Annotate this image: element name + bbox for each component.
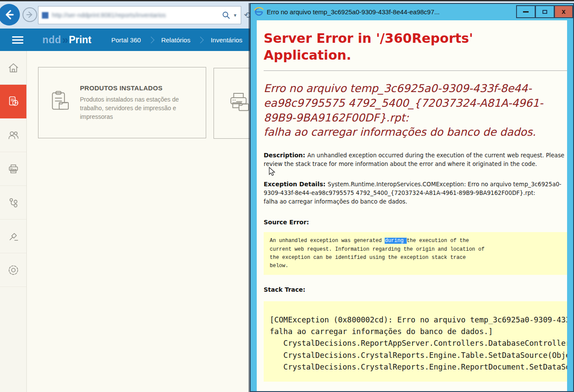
error-subheading: Erro no arquivo temp_3c6925a0-9309-433f-…: [264, 81, 567, 140]
popup-title: Erro no arquivo temp_3c6925a0-9309-433f-…: [267, 8, 516, 16]
breadcrumb-inventarios[interactable]: Inventários: [204, 36, 249, 44]
card-description: Produtos instalados nas estações de trab…: [80, 95, 193, 121]
selected-text: during: [385, 238, 406, 244]
nddprint-logo: ndd » Print: [42, 33, 92, 47]
chevron-right-icon: [197, 36, 204, 43]
breadcrumb-relatorios[interactable]: Relatórios: [154, 36, 198, 44]
stack-trace-heading: Stack Trace:: [264, 285, 567, 294]
gavel-icon: [7, 230, 19, 242]
menu-hamburger-icon[interactable]: [12, 35, 23, 45]
description-text: An unhandled exception occurred during t…: [264, 152, 566, 167]
maximize-icon: [542, 10, 547, 14]
hierarchy-icon: [7, 197, 19, 209]
error-popup-window: Erro no arquivo temp_3c6925a0-9309-433f-…: [250, 3, 574, 392]
forward-arrow-icon: [26, 10, 34, 19]
clipboard-folder-icon: [47, 89, 72, 116]
source-error-before: An unhandled exception was generated: [270, 238, 385, 244]
forward-button[interactable]: [22, 7, 37, 22]
sidebar-item-audit[interactable]: [0, 220, 26, 253]
search-icon[interactable]: [222, 11, 230, 19]
card-text-block: PRODUTOS INSTALADOS Produtos instalados …: [80, 84, 193, 121]
sidebar-item-home[interactable]: [0, 51, 26, 85]
reports-icon: [7, 95, 20, 108]
card-produtos-instalados[interactable]: PRODUTOS INSTALADOS Produtos instalados …: [38, 67, 206, 138]
close-button[interactable]: x: [554, 5, 573, 18]
divider: [264, 70, 567, 71]
sidebar-item-printers[interactable]: [0, 152, 26, 186]
card-title: PRODUTOS INSTALADOS: [80, 84, 193, 92]
breadcrumb: Portal 360 Relatórios Inventários: [105, 36, 249, 44]
source-error-heading: Source Error:: [264, 218, 567, 227]
gear-icon: [7, 264, 20, 277]
printer-folder-icon: [226, 90, 253, 117]
logo-chevrons: »: [62, 33, 68, 47]
home-icon: [7, 62, 19, 74]
popup-titlebar[interactable]: Erro no arquivo temp_3c6925a0-9309-433f-…: [251, 4, 573, 19]
sidebar-item-users[interactable]: [0, 118, 26, 152]
site-favicon: [42, 12, 48, 19]
search-dropdown-icon[interactable]: ▼: [233, 13, 237, 18]
minimize-icon: [523, 11, 529, 13]
logo-print: Print: [69, 34, 91, 46]
minimize-button[interactable]: [516, 5, 535, 18]
description-label: Description:: [264, 152, 307, 159]
sidebar-item-settings[interactable]: [0, 253, 26, 287]
exception-paragraph: Exception Details: System.Runtime.Intero…: [264, 180, 567, 206]
users-icon: [7, 129, 19, 141]
address-url[interactable]: http://ser-nddprint:8081/reports/inventa…: [52, 12, 222, 19]
back-button[interactable]: [0, 4, 20, 25]
address-bar[interactable]: http://ser-nddprint:8081/reports/inventa…: [38, 6, 241, 24]
source-error-box: An unhandled exception was generated dur…: [264, 232, 567, 275]
logo-ndd: ndd: [42, 34, 61, 46]
sidebar-item-hierarchy[interactable]: [0, 186, 26, 220]
maximize-button[interactable]: [535, 5, 554, 18]
exception-label: Exception Details:: [264, 181, 328, 188]
error-heading: Server Error in '/360Reports' Applicatio…: [264, 30, 549, 64]
back-arrow-icon: [3, 9, 15, 20]
stack-trace-box: [COMException (0x800002cd): Erro no arqu…: [264, 301, 567, 382]
internet-explorer-icon: [254, 7, 264, 16]
sidebar-item-reports[interactable]: [0, 85, 26, 118]
sidebar: [0, 51, 27, 392]
mouse-cursor: [268, 167, 276, 176]
breadcrumb-portal360[interactable]: Portal 360: [105, 36, 148, 44]
printer-icon: [7, 163, 19, 175]
chevron-right-icon: [148, 36, 155, 43]
description-paragraph: Description: An unhandled exception occu…: [264, 151, 567, 169]
error-page: Server Error in '/360Reports' Applicatio…: [257, 20, 567, 391]
